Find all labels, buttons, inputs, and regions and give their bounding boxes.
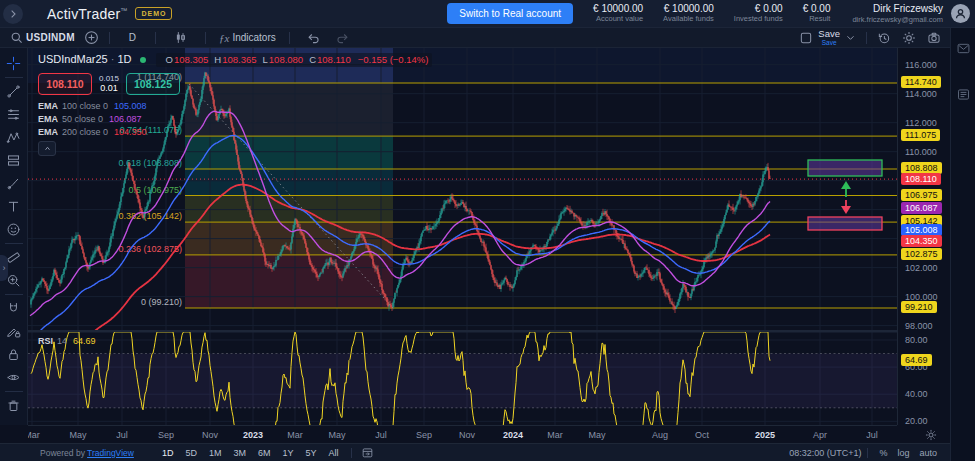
interval-button[interactable]: D — [125, 32, 140, 43]
emoji-tool[interactable] — [2, 218, 26, 241]
sell-button[interactable]: 108.110 — [38, 73, 92, 96]
range-1d[interactable]: 1D — [156, 446, 180, 460]
axis-settings-gear-icon[interactable] — [925, 429, 937, 441]
compare-add-button[interactable] — [81, 30, 102, 45]
redo-button[interactable] — [333, 31, 353, 45]
month-label[interactable]: Jul — [866, 430, 878, 440]
range-all[interactable]: All — [323, 446, 345, 460]
news-icon[interactable] — [951, 82, 975, 106]
range-1m[interactable]: 1M — [203, 446, 228, 460]
fib-price-marker: 114.740 — [901, 76, 941, 88]
svg-text:0 (99.210): 0 (99.210) — [141, 297, 182, 307]
symbol-search[interactable]: USDINDM — [7, 31, 75, 44]
trend-line-tool[interactable] — [2, 80, 26, 103]
layout-select-button[interactable] — [796, 31, 816, 45]
month-label[interactable]: Nov — [202, 430, 218, 440]
trend-line-icon — [6, 84, 21, 99]
month-label[interactable]: May — [588, 430, 605, 440]
stat-label: Result — [803, 15, 831, 24]
symbol-search-text: USDINDM — [26, 32, 75, 43]
month-label[interactable]: May — [69, 430, 86, 440]
expand-panel-button[interactable] — [3, 4, 23, 24]
scale-controls: 08:32:00 (UTC+1) %logauto — [789, 448, 942, 458]
avatar[interactable] — [951, 4, 970, 23]
undo-button[interactable] — [303, 31, 323, 45]
year-label[interactable]: 2024 — [503, 430, 523, 440]
ema-params: 200 close 0 — [62, 128, 108, 137]
screenshot-camera-icon[interactable] — [924, 31, 944, 45]
bottombar-divider — [351, 448, 352, 458]
scale-mode-log[interactable]: log — [892, 448, 914, 458]
year-label[interactable]: 2023 — [243, 430, 263, 440]
text-tool-tool[interactable] — [2, 195, 26, 218]
brush-tool[interactable] — [2, 172, 26, 195]
fib-retracement-tool[interactable] — [2, 103, 26, 126]
sidebar-expand-handle[interactable]: › — [0, 255, 8, 281]
scale-mode-auto[interactable]: auto — [914, 448, 942, 458]
month-label[interactable]: Sep — [158, 430, 174, 440]
long-short-position-tool[interactable] — [2, 149, 26, 172]
toolbar-divider — [109, 32, 110, 44]
ema-legend-row[interactable]: EMA50 close 0106.087 — [38, 115, 432, 124]
user-info[interactable]: Dirk Friczewsky dirk.friczewsky@gmail.co… — [852, 3, 943, 24]
month-label[interactable]: Apr — [813, 430, 827, 440]
messages-envelope-icon[interactable] — [951, 36, 975, 60]
month-label[interactable]: Oct — [695, 430, 709, 440]
crosshair-tool[interactable] — [2, 52, 26, 75]
tool-separator — [5, 243, 23, 244]
save-button[interactable]: Save Save — [818, 29, 840, 46]
switch-to-real-button[interactable]: Switch to Real account — [447, 3, 573, 24]
rsi-tick: 20.00 — [905, 416, 928, 426]
settings-gear-icon[interactable] — [899, 31, 919, 45]
save-menu-chevron[interactable] — [842, 32, 859, 43]
buy-button[interactable]: 108.125 — [126, 73, 180, 96]
price-tick: 116.000 — [905, 60, 937, 70]
account-stat: € 10000.00Available funds — [663, 3, 714, 23]
load-layout-icon[interactable] — [874, 31, 894, 45]
range-3m[interactable]: 3M — [227, 446, 252, 460]
xabcd-pattern-tool[interactable] — [2, 126, 26, 149]
range-5d[interactable]: 5D — [179, 446, 203, 460]
lock-all-tool[interactable] — [2, 343, 26, 366]
magnet-tool[interactable] — [2, 297, 26, 320]
month-label[interactable]: Nov — [459, 430, 475, 440]
drawing-templates-icon — [6, 324, 21, 339]
user-name: Dirk Friczewsky — [852, 3, 943, 15]
price-tick: 110.000 — [905, 147, 937, 157]
price-scale[interactable]: 116.000114.000112.000110.000102.000100.0… — [897, 48, 950, 425]
remove-all-icon — [6, 398, 21, 413]
ema-name: EMA — [38, 102, 58, 111]
month-label[interactable]: May — [328, 430, 345, 440]
range-5y[interactable]: 5Y — [299, 446, 322, 460]
hide-all-tool[interactable] — [2, 366, 26, 389]
scale-mode-pct[interactable]: % — [874, 448, 892, 458]
month-label[interactable]: Sep — [416, 430, 432, 440]
month-label[interactable]: Jul — [116, 430, 128, 440]
symbol-title[interactable]: USDIndMar25 · 1D — [38, 54, 132, 65]
powered-by: Powered by TradingView — [40, 448, 134, 458]
tool-separator — [5, 77, 23, 78]
year-label[interactable]: 2025 — [755, 430, 775, 440]
remove-all-tool[interactable] — [2, 394, 26, 417]
ema-name: EMA — [38, 115, 58, 124]
range-1y[interactable]: 1Y — [276, 446, 299, 460]
month-label[interactable]: Mar — [547, 430, 563, 440]
indicators-button[interactable]: ƒx Indicators — [219, 32, 276, 44]
chart-style-button[interactable] — [171, 31, 190, 44]
time-axis[interactable]: MarMayJulSepNov2023MarMayJulSepNov2024Ma… — [28, 425, 897, 443]
save-status: Save — [822, 40, 837, 47]
month-label[interactable]: Mar — [28, 430, 40, 440]
tradingview-link[interactable]: TradingView — [87, 448, 134, 458]
rsi-legend: RSI 14 64.69 — [38, 336, 96, 346]
month-label[interactable]: Jul — [375, 430, 387, 440]
drawing-templates-tool[interactable] — [2, 320, 26, 343]
fib-price-marker: 102.875 — [901, 248, 942, 260]
month-label[interactable]: Aug — [652, 430, 668, 440]
month-label[interactable]: Mar — [287, 430, 303, 440]
ema-legend-row[interactable]: EMA200 close 0104.350 — [38, 128, 432, 137]
clock-label[interactable]: 08:32:00 (UTC+1) — [789, 448, 861, 458]
ema-legend-row[interactable]: EMA100 close 0105.008 — [38, 102, 432, 111]
range-6m[interactable]: 6M — [252, 446, 277, 460]
pane-collapse-button[interactable] — [38, 141, 56, 156]
go-to-date-icon[interactable] — [358, 446, 377, 459]
